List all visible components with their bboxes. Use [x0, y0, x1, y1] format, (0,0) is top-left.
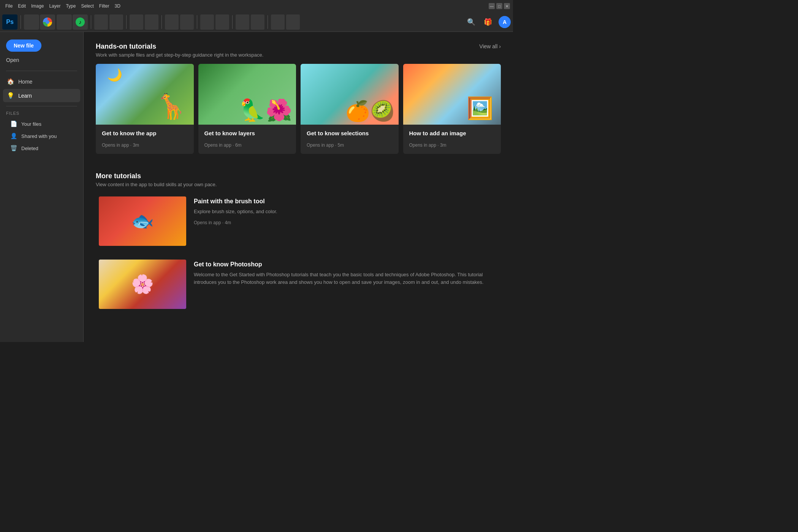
more-tutorials-title-group: More tutorials View content in the app t…: [96, 172, 217, 187]
menu-select[interactable]: Select: [79, 3, 96, 10]
card-content-2: Get to know layers Opens in app · 6m: [198, 125, 296, 154]
taskbar-slot-9[interactable]: [200, 14, 214, 30]
taskbar-slot-13[interactable]: [271, 14, 285, 30]
deleted-label: Deleted: [21, 146, 38, 151]
list-item-img-2: 🌸: [99, 260, 186, 309]
tutorial-list-item-2[interactable]: 🌸 Get to know Photoshop Welcome to the G…: [96, 256, 501, 312]
taskbar-slot-2[interactable]: [57, 14, 72, 30]
file-icon: 📄: [10, 120, 17, 127]
home-icon: 🏠: [7, 78, 14, 85]
card-content-4: How to add an image Opens in app · 3m: [403, 125, 501, 154]
tutorial-card-3[interactable]: Get to know selections Opens in app · 5m: [301, 64, 399, 154]
card-image-4: [403, 64, 501, 125]
taskbar-sep-5: [197, 15, 197, 29]
taskbar-spotify-icon[interactable]: ♪: [73, 14, 88, 30]
hands-on-section-header: Hands-on tutorials Work with sample file…: [96, 43, 501, 58]
avatar[interactable]: A: [499, 16, 511, 28]
photoshop-logo[interactable]: Ps: [2, 14, 17, 30]
tutorial-card-1[interactable]: Get to know the app Opens in app · 3m: [96, 64, 194, 154]
menu-items: File Edit Image Layer Type Select Filter…: [3, 3, 123, 10]
menu-3d[interactable]: 3D: [112, 3, 122, 10]
menu-type[interactable]: Type: [63, 3, 78, 10]
taskbar-slot-3[interactable]: [94, 14, 108, 30]
more-tutorials-header: More tutorials View content in the app t…: [96, 172, 501, 187]
more-tutorials-subtitle: View content in the app to build skills …: [96, 182, 217, 187]
list-item-desc-1: Explore brush size, options, and color.: [194, 208, 498, 215]
taskbar-slot-12[interactable]: [251, 14, 264, 30]
app-container: New file Open 🏠 Home 💡 Learn FILES 📄 You…: [0, 32, 513, 342]
view-all-button[interactable]: View all ›: [479, 43, 501, 49]
taskbar-slot-8[interactable]: [180, 14, 194, 30]
menu-edit[interactable]: Edit: [16, 3, 28, 10]
taskbar: Ps ♪ 🔍 🎁 A: [0, 12, 513, 32]
list-item-desc-2: Welcome to the Get Started with Photosho…: [194, 271, 498, 286]
card-content-3: Get to know selections Opens in app · 5m: [301, 125, 399, 154]
card-image-3: [301, 64, 399, 125]
menu-filter[interactable]: Filter: [97, 3, 112, 10]
taskbar-slot-7[interactable]: [165, 14, 179, 30]
list-item-title-1: Paint with the brush tool: [194, 198, 498, 205]
shared-label: Shared with you: [21, 133, 57, 139]
taskbar-sep-6: [232, 15, 233, 29]
hands-on-title: Hands-on tutorials: [96, 43, 263, 51]
card-meta-1: Opens in app · 3m: [102, 142, 188, 148]
hands-on-subtitle: Work with sample files and get step-by-s…: [96, 52, 263, 58]
taskbar-slot-6[interactable]: [145, 14, 158, 30]
sidebar-item-learn-label: Learn: [18, 93, 32, 99]
taskbar-slot-14[interactable]: [286, 14, 300, 30]
restore-button[interactable]: □: [496, 3, 502, 9]
card-title-1: Get to know the app: [102, 130, 188, 136]
tutorial-list-item-1[interactable]: 🐟 Paint with the brush tool Explore brus…: [96, 193, 501, 249]
card-image-1: [96, 64, 194, 125]
taskbar-slot-11[interactable]: [236, 14, 249, 30]
tutorial-card-4[interactable]: How to add an image Opens in app · 3m: [403, 64, 501, 154]
files-section-label: FILES: [6, 111, 77, 116]
view-all-label: View all: [479, 43, 497, 49]
files-section: FILES 📄 Your files 👤 Shared with you 🗑️ …: [0, 108, 83, 156]
sidebar-divider-1: [6, 71, 77, 71]
taskbar-chrome-icon[interactable]: [40, 14, 55, 30]
taskbar-sep-1: [21, 15, 21, 29]
brush-tool-image: 🐟: [99, 196, 186, 246]
minimize-button[interactable]: —: [489, 3, 495, 9]
taskbar-slot-1[interactable]: [24, 14, 39, 30]
card-title-3: Get to know selections: [307, 130, 393, 136]
more-tutorials-title: More tutorials: [96, 172, 217, 180]
sidebar-divider-2: [6, 106, 77, 106]
close-button[interactable]: ✕: [504, 3, 510, 9]
card-meta-3: Opens in app · 5m: [307, 142, 393, 148]
open-button[interactable]: Open: [6, 55, 77, 65]
taskbar-slot-10[interactable]: [215, 14, 229, 30]
taskbar-slot-5[interactable]: [130, 14, 143, 30]
list-item-img-1: 🐟: [99, 196, 186, 246]
card-meta-4: Opens in app · 3m: [409, 142, 495, 148]
taskbar-slot-4[interactable]: [109, 14, 123, 30]
title-bar: File Edit Image Layer Type Select Filter…: [0, 0, 513, 12]
taskbar-sep-7: [268, 15, 268, 29]
gift-icon[interactable]: 🎁: [482, 16, 494, 28]
card-title-4: How to add an image: [409, 130, 495, 136]
list-item-meta-1: Opens in app · 4m: [194, 220, 498, 225]
search-icon[interactable]: 🔍: [465, 16, 477, 28]
tutorial-card-2[interactable]: Get to know layers Opens in app · 6m: [198, 64, 296, 154]
taskbar-sep-3: [126, 15, 127, 29]
card-image-2: [198, 64, 296, 125]
your-files-label: Your files: [21, 121, 41, 127]
sidebar-item-your-files[interactable]: 📄 Your files: [6, 118, 77, 130]
card-content-1: Get to know the app Opens in app · 3m: [96, 125, 194, 154]
title-bar-left: File Edit Image Layer Type Select Filter…: [3, 3, 123, 10]
sidebar: New file Open 🏠 Home 💡 Learn FILES 📄 You…: [0, 32, 84, 342]
chevron-right-icon: ›: [499, 43, 501, 49]
list-item-title-2: Get to know Photoshop: [194, 261, 498, 268]
menu-image[interactable]: Image: [29, 3, 46, 10]
sidebar-item-home-label: Home: [18, 79, 32, 85]
menu-file[interactable]: File: [3, 3, 15, 10]
sidebar-item-shared[interactable]: 👤 Shared with you: [6, 130, 77, 142]
taskbar-sep-2: [91, 15, 91, 29]
sidebar-item-learn[interactable]: 💡 Learn: [3, 89, 80, 102]
card-title-2: Get to know layers: [204, 130, 290, 136]
sidebar-item-deleted[interactable]: 🗑️ Deleted: [6, 142, 77, 154]
sidebar-item-home[interactable]: 🏠 Home: [3, 75, 80, 88]
new-file-button[interactable]: New file: [6, 40, 41, 52]
menu-layer[interactable]: Layer: [47, 3, 63, 10]
